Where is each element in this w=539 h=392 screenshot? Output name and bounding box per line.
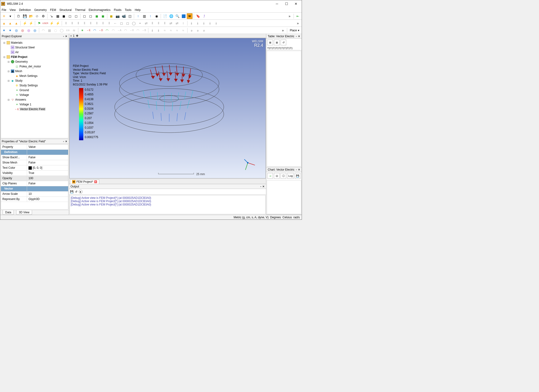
thermo-res-1-icon[interactable]: 🌡 (149, 28, 155, 33)
field-e-icon[interactable]: ←E (86, 28, 91, 33)
grid-small-icon[interactable]: ▥ (141, 13, 147, 19)
tree-structural-steel[interactable]: MStructural Steel (7, 45, 67, 50)
arrow-h-icon[interactable]: ←H (129, 28, 135, 33)
box-green-1-icon[interactable]: ◼ (94, 13, 100, 19)
camera-icon[interactable]: 📷 (115, 13, 120, 19)
user-icon[interactable]: USER (43, 20, 48, 26)
video-icon[interactable]: 📹 (121, 13, 126, 19)
spiral-3-icon[interactable]: ๑ (201, 28, 207, 33)
thermo-1-icon[interactable]: 🌡 (189, 20, 194, 26)
menu-definition[interactable]: Definition (19, 8, 31, 12)
tree-voltage-1[interactable]: ✶Voltage 1 (11, 102, 67, 107)
output-play-icon[interactable]: ▸ (79, 190, 83, 194)
wireframe-icon[interactable]: ▦ (55, 13, 61, 19)
tet-mesh-2-icon[interactable]: ▲ (7, 20, 13, 26)
bc-up-icon[interactable]: ↑ (180, 20, 186, 26)
arrow-b-icon[interactable]: ←B (141, 28, 147, 33)
toolbar-overflow-icon-3[interactable]: » (280, 28, 286, 33)
maximize-button[interactable]: ☐ (282, 0, 291, 7)
box-yellow-icon[interactable]: ◼ (108, 13, 114, 19)
chart-btn-1-icon[interactable]: ⫤ (267, 173, 273, 179)
menu-fluids[interactable]: Fluids (114, 8, 121, 12)
bc-10-icon[interactable]: ⫴ (149, 20, 155, 26)
viewport-pin-icon[interactable]: ▪ (71, 34, 72, 38)
thermo-4-icon[interactable]: 🌡 (207, 20, 213, 26)
flow-4-icon[interactable]: ≈ (180, 28, 186, 33)
thermo-res-2-icon[interactable]: 🌡 (156, 28, 161, 33)
wave-grey-1-icon[interactable]: ◠ (110, 28, 116, 33)
res-2-icon[interactable]: ✶ (7, 28, 13, 33)
flow-1-icon[interactable]: ≈ (162, 28, 168, 33)
res-5-icon[interactable]: ◎ (26, 28, 32, 33)
close-project-icon[interactable]: ⊘ (34, 13, 40, 19)
lens-icon[interactable]: ◉ (154, 13, 159, 19)
minimize-button[interactable]: ─ (272, 0, 282, 7)
select-node-icon[interactable]: ↘ (49, 13, 54, 19)
wave-d-icon[interactable]: ◠ (104, 28, 110, 33)
ellipse-icon[interactable]: ◯ (59, 28, 65, 33)
chart-btn-3-icon[interactable]: ⓘ (280, 173, 286, 179)
thermo-2-icon[interactable]: 🌡 (195, 20, 201, 26)
globe-icon[interactable]: 🌐 (168, 13, 174, 19)
panel-float-icon[interactable]: ▫ (63, 35, 64, 38)
project-tree[interactable]: ⊟Materials MStructural Steel MAir ⊟FEM P… (1, 39, 68, 138)
arrow-up-1-icon[interactable]: ↑ (135, 13, 141, 19)
arrow-a-icon[interactable]: ←A (116, 28, 122, 33)
menu-view[interactable]: View (10, 8, 16, 12)
tet-mesh-3-icon[interactable]: ▲ (14, 20, 19, 26)
bc-7-icon[interactable]: ⫴ (100, 20, 106, 26)
prop-show-mesh-value[interactable]: False (27, 160, 68, 165)
bc-2-icon[interactable]: ⫴ (69, 20, 75, 26)
tet-mesh-1-icon[interactable]: ▲ (1, 20, 7, 26)
bc-4-icon[interactable]: ⫴ (82, 20, 87, 26)
table-body[interactable] (267, 51, 301, 167)
search-icon[interactable]: 🔍 (174, 13, 180, 19)
output-clear-icon[interactable]: ↺ (75, 190, 77, 193)
color-palette-icon[interactable]: 🟦 (181, 13, 186, 19)
output-log[interactable]: [Debug] Active view is FEM Project[*] (a… (70, 195, 266, 214)
spiral-2-icon[interactable]: ๑ (195, 28, 201, 33)
panel-float-icon[interactable]: ▫ (296, 35, 297, 38)
probe-green-icon[interactable]: ✶ (80, 28, 85, 33)
res-4-icon[interactable]: ◎ (20, 28, 25, 33)
viewport-3d[interactable]: WELSIM R2.4 FEM Project Vector Electric … (69, 38, 266, 178)
run-green-icon[interactable]: ⇤ (295, 13, 301, 19)
field-d-icon[interactable]: ←D (98, 28, 104, 33)
tree-mesh[interactable]: ⊟▦Mesh (7, 69, 67, 74)
solve-2-icon[interactable]: ⚡ (28, 20, 34, 26)
res-3-icon[interactable]: ◎ (14, 28, 19, 33)
prop-represent-by-value[interactable]: Glyph3D (27, 197, 68, 202)
file-new-icon[interactable]: 🗋 (16, 13, 21, 19)
place-button[interactable]: Place▾ (288, 29, 301, 32)
settings-icon[interactable]: ⚙ (40, 13, 46, 19)
tree-study-settings[interactable]: ⚙Study Settings (11, 83, 67, 88)
flow-3-icon[interactable]: ≈ (174, 28, 180, 33)
tab-data[interactable]: Data (3, 210, 14, 215)
bookmark-icon[interactable]: 🔖 (195, 13, 201, 19)
box-pick-2-icon[interactable]: ◻ (88, 13, 93, 19)
welsim-logo-icon[interactable]: W (187, 13, 192, 19)
panel-float-icon[interactable]: ▫ (63, 140, 64, 143)
wifi-1-icon[interactable]: ◠ (40, 28, 46, 33)
prop-opacity-value[interactable]: 100 (27, 176, 68, 181)
toolbar-overflow-icon[interactable]: » (287, 13, 292, 19)
panel-close-icon[interactable]: ✕ (65, 140, 67, 143)
bc-arrow-l-icon[interactable]: ← (112, 20, 118, 26)
wave-e-icon[interactable]: ◠ (92, 28, 97, 33)
file-open-icon[interactable]: 📂 (28, 13, 34, 19)
bc-13-icon[interactable]: ⇄ (168, 20, 174, 26)
table-btn-1-icon[interactable]: ⊞ (267, 40, 273, 45)
bc-5-icon[interactable]: ⫴ (88, 20, 93, 26)
bc-box-1-icon[interactable]: ◻ (119, 20, 124, 26)
table-btn-3-icon[interactable]: ↺ (280, 40, 286, 45)
solid-icon[interactable]: ◼ (61, 13, 67, 19)
tree-geometry[interactable]: ⊟Geometry (7, 59, 67, 64)
bc-9-icon[interactable]: ⇄ (143, 20, 149, 26)
spiral-1-icon[interactable]: ๑ (189, 28, 194, 33)
tree-vector-electric-field[interactable]: ←EVector Electric Field (11, 107, 67, 111)
export-icon[interactable]: ⤴ (201, 13, 207, 19)
res-1-icon[interactable]: ✶ (1, 28, 7, 33)
properties-grid[interactable]: PropertyValue Definition Show Backf...Fa… (1, 144, 68, 210)
flag-icon[interactable]: ⚑ (36, 20, 42, 26)
chart-log-button[interactable]: Log (287, 173, 294, 179)
